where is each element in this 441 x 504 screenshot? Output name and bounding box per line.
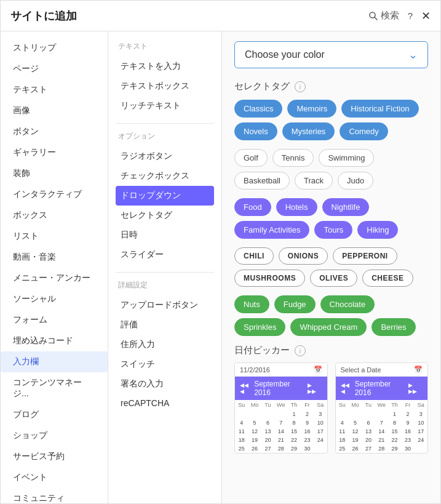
tag[interactable]: PEPPERONI bbox=[333, 247, 397, 265]
tag[interactable]: Food bbox=[234, 198, 271, 216]
tag[interactable]: Mysteries bbox=[282, 122, 335, 140]
sidebar-item-list[interactable]: リスト bbox=[1, 226, 108, 247]
mid-item-radio[interactable]: ラジオボタン bbox=[116, 146, 214, 166]
calendar-day[interactable]: 13 bbox=[362, 427, 375, 436]
calendar-prev-button[interactable]: ◀◀ ◀ bbox=[341, 382, 355, 394]
sidebar-item-page[interactable]: ページ bbox=[1, 58, 108, 79]
calendar-day[interactable]: 7 bbox=[375, 418, 388, 427]
calendar-day[interactable]: 21 bbox=[274, 436, 287, 444]
mid-item-dropdown[interactable]: ドロップダウン bbox=[116, 186, 214, 206]
mid-item-address[interactable]: 住所入力 bbox=[116, 335, 214, 354]
sidebar-item-interactive[interactable]: インタラクティブ bbox=[1, 184, 108, 205]
calendar-day[interactable]: 25 bbox=[235, 444, 248, 453]
close-button[interactable]: ✕ bbox=[421, 9, 431, 23]
calendar-day[interactable]: 24 bbox=[314, 436, 327, 444]
calendar-day[interactable]: 16 bbox=[401, 427, 414, 436]
sidebar-item-event[interactable]: イベント bbox=[1, 467, 108, 488]
calendar-day[interactable]: 30 bbox=[301, 444, 314, 453]
tag[interactable]: CHILI bbox=[234, 247, 274, 265]
calendar-day[interactable]: 12 bbox=[349, 427, 362, 436]
calendar-next-button[interactable]: ▶ ▶▶ bbox=[308, 382, 322, 394]
calendar-day[interactable]: 23 bbox=[301, 436, 314, 444]
calendar-day[interactable]: 25 bbox=[336, 444, 349, 453]
calendar-day[interactable]: 3 bbox=[415, 410, 427, 418]
sidebar-item-button[interactable]: ボタン bbox=[1, 121, 108, 142]
tag[interactable]: Berries bbox=[371, 318, 415, 336]
calendar-day[interactable]: 1 bbox=[287, 410, 300, 418]
tag[interactable]: CHEESE bbox=[362, 270, 413, 287]
tag[interactable]: Classics bbox=[234, 100, 282, 118]
sidebar-item-social[interactable]: ソーシャル bbox=[1, 289, 108, 310]
mid-item-textbox[interactable]: テキストボックス bbox=[116, 76, 214, 96]
calendar-day[interactable]: 10 bbox=[314, 418, 327, 427]
calendar-day[interactable]: 21 bbox=[375, 436, 388, 444]
tag[interactable]: Family Activities bbox=[234, 221, 309, 239]
tag[interactable]: OLIVES bbox=[310, 270, 357, 287]
calendar-day[interactable]: 13 bbox=[261, 427, 274, 436]
mid-item-slider[interactable]: スライダー bbox=[116, 245, 214, 265]
mid-item-signature[interactable]: 署名の入力 bbox=[116, 374, 214, 394]
sidebar-item-gallery[interactable]: ギャラリー bbox=[1, 142, 108, 163]
calendar-day[interactable]: 20 bbox=[261, 436, 274, 444]
mid-item-datetime[interactable]: 日時 bbox=[116, 225, 214, 245]
mid-item-rating[interactable]: 評価 bbox=[116, 315, 214, 335]
calendar-day[interactable]: 5 bbox=[248, 418, 261, 427]
calendar-day[interactable]: 22 bbox=[388, 436, 401, 444]
calendar-day[interactable]: 30 bbox=[401, 444, 414, 453]
calendar-day[interactable]: 11 bbox=[235, 427, 248, 436]
calendar-day[interactable]: 28 bbox=[274, 444, 287, 453]
calendar-day[interactable]: 7 bbox=[274, 418, 287, 427]
tag[interactable]: Sprinkles bbox=[234, 318, 285, 336]
tag[interactable]: Fudge bbox=[274, 295, 316, 313]
mid-item-richtext[interactable]: リッチテキスト bbox=[116, 96, 214, 116]
mid-item-select-tag[interactable]: セレクトタグ bbox=[116, 206, 214, 225]
calendar-day[interactable]: 28 bbox=[375, 444, 388, 453]
sidebar-item-image[interactable]: 画像 bbox=[1, 100, 108, 121]
tag[interactable]: ONIONS bbox=[279, 247, 328, 265]
sidebar-item-menu-anchor[interactable]: メニュー・アンカー bbox=[1, 268, 108, 289]
calendar-next-button[interactable]: ▶ ▶▶ bbox=[408, 382, 423, 394]
calendar-day[interactable]: 8 bbox=[388, 418, 401, 427]
calendar-day[interactable]: 3 bbox=[314, 410, 327, 418]
sidebar-item-video-music[interactable]: 動画・音楽 bbox=[1, 247, 108, 268]
sidebar-item-cms[interactable]: コンテンツマネージ... bbox=[1, 372, 108, 404]
sidebar-item-strip[interactable]: ストリップ bbox=[1, 38, 108, 58]
calendar-day[interactable]: 19 bbox=[248, 436, 261, 444]
calendar-prev-button[interactable]: ◀◀ ◀ bbox=[240, 382, 254, 394]
calendar-day[interactable]: 2 bbox=[301, 410, 314, 418]
tag[interactable]: Basketball bbox=[234, 172, 290, 190]
calendar-day[interactable]: 18 bbox=[235, 436, 248, 444]
calendar-icon[interactable]: 📅 bbox=[414, 366, 423, 374]
tag[interactable]: Novels bbox=[234, 122, 277, 140]
calendar-day[interactable]: 18 bbox=[336, 436, 349, 444]
calendar-day[interactable]: 16 bbox=[301, 427, 314, 436]
mid-item-recaptcha[interactable]: reCAPTCHA bbox=[116, 394, 214, 412]
calendar-day[interactable]: 22 bbox=[287, 436, 300, 444]
sidebar-item-blog[interactable]: ブログ bbox=[1, 404, 108, 425]
tag[interactable]: Chocolate bbox=[320, 295, 375, 313]
calendar-day[interactable]: 6 bbox=[261, 418, 274, 427]
search-icon[interactable]: 検索 bbox=[368, 10, 399, 22]
tag[interactable]: Nuts bbox=[234, 295, 269, 313]
tag[interactable]: Nightlife bbox=[322, 198, 370, 216]
calendar-day[interactable]: 17 bbox=[415, 427, 427, 436]
calendar-day[interactable]: 1 bbox=[388, 410, 401, 418]
calendar-day[interactable]: 26 bbox=[349, 444, 362, 453]
tag[interactable]: Memoirs bbox=[287, 100, 336, 118]
tag[interactable]: Golf bbox=[234, 149, 268, 167]
mid-item-text-input[interactable]: テキストを入力 bbox=[116, 57, 214, 76]
calendar-icon[interactable]: 📅 bbox=[314, 366, 322, 374]
calendar-day[interactable]: 27 bbox=[362, 444, 375, 453]
calendar-day[interactable]: 4 bbox=[336, 418, 349, 427]
calendar-day[interactable]: 6 bbox=[362, 418, 375, 427]
calendar-day[interactable]: 12 bbox=[248, 427, 261, 436]
tag[interactable]: Track bbox=[295, 172, 333, 190]
sidebar-item-text[interactable]: テキスト bbox=[1, 79, 108, 100]
calendar-day[interactable]: 17 bbox=[314, 427, 327, 436]
calendar-day[interactable]: 19 bbox=[349, 436, 362, 444]
tag[interactable]: Swimming bbox=[319, 149, 374, 167]
tag[interactable]: Judo bbox=[338, 172, 373, 190]
calendar-day[interactable]: 8 bbox=[287, 418, 300, 427]
date-picker-info-icon[interactable]: i bbox=[295, 345, 306, 356]
calendar-day[interactable]: 24 bbox=[415, 436, 427, 444]
